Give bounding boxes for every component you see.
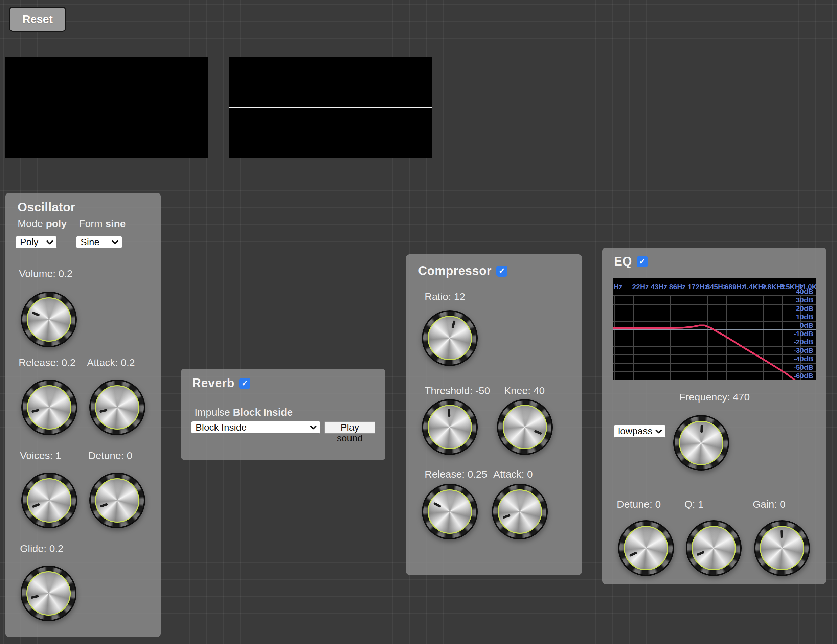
threshold-knob[interactable] [422,399,478,455]
compressor-panel: Compressor ✓ Ratio: 12 Threshold: -50 Kn… [406,254,582,575]
release-knob[interactable] [21,380,77,435]
oscilloscope-canvas [229,57,432,158]
glide-knob[interactable] [21,565,77,621]
knob-pointer-icon [82,465,153,536]
eq-db-tick-label: 40dB [796,287,813,296]
eq-gain-label: Gain: 0 [753,498,786,510]
frequency-label: Frequency: 470 [613,391,816,403]
oscillator-mode-form-readout: Mode polyForm sine [18,218,126,229]
reverb-title: Reverb [192,376,235,390]
filter-type-select[interactable]: lowpass [614,425,666,438]
oscillator-title: Oscillator [18,200,75,215]
knob-pointer-icon [489,391,561,464]
knob-pointer-icon [15,374,83,441]
knob-pointer-icon [15,559,82,627]
oscilloscope-trace [229,107,432,108]
impulse-readout: Impulse Block Inside [195,406,293,418]
eq-db-axis: 40dB30dB20dB10dB0dB-10dB-20dB-30dB-40dB-… [613,278,816,380]
eq-q-knob[interactable] [686,520,742,576]
eq-response-graph: Hz22Hz43Hz86Hz172Hz345Hz689Hz1.4KHz2.8KH… [613,278,816,380]
check-icon: ✓ [639,257,645,265]
eq-db-tick-label: -30dB [794,346,813,354]
knob-pointer-icon [13,464,85,536]
eq-detune-label: Detune: 0 [617,498,661,510]
chevron-down-icon [112,240,118,244]
volume-label: Volume: 0.2 [19,268,72,279]
check-icon: ✓ [241,379,248,387]
knob-pointer-icon [83,374,151,441]
check-icon: ✓ [499,267,505,275]
eq-db-tick-label: -60dB [794,372,813,380]
comp-attack-knob[interactable] [492,484,548,539]
knob-pointer-icon [420,398,479,456]
eq-frequency-knob[interactable] [673,415,729,471]
comp-attack-label: Attack: 0 [493,469,533,480]
compressor-title: Compressor [418,264,492,278]
eq-db-tick-label: 20dB [796,305,813,313]
oscillator-panel: Oscillator Mode polyForm sine Poly Sine … [5,193,161,637]
impulse-select-value: Block Inside [195,422,247,433]
eq-db-tick-label: 30dB [796,296,813,304]
glide-label: Glide: 0.2 [20,543,63,554]
knob-pointer-icon [12,283,85,356]
chevron-down-icon [310,425,317,429]
form-select-value: Sine [80,237,100,247]
filter-type-select-value: lowpass [618,426,652,437]
compressor-enabled-checkbox[interactable]: ✓ [496,265,507,277]
eq-gain-knob[interactable] [754,520,810,576]
eq-db-tick-label: -50dB [794,363,813,371]
chevron-down-icon [655,429,662,434]
knob-pointer-icon [609,511,683,585]
eq-db-tick-label: -10dB [794,330,813,338]
play-sound-button[interactable]: Play sound [325,421,375,434]
reset-button[interactable]: Reset [9,7,66,32]
knee-knob[interactable] [497,399,553,455]
eq-db-tick-label: -20dB [794,338,813,346]
knob-pointer-icon [677,512,750,585]
spectrum-analyser-canvas [5,57,208,158]
detune-knob[interactable] [89,472,145,528]
synth-app: Reset Oscillator Mode polyForm sine Poly… [0,0,837,644]
reverb-panel: Reverb ✓ Impulse Block Inside Block Insi… [181,369,385,460]
attack-knob[interactable] [89,380,145,435]
knob-pointer-icon [484,476,556,547]
chevron-down-icon [46,240,53,244]
reverb-enabled-checkbox[interactable]: ✓ [239,378,250,389]
voices-knob[interactable] [21,472,77,528]
voices-label: Voices: 1 [20,450,61,461]
comp-release-knob[interactable] [422,484,478,539]
threshold-label: Threshold: -50 [425,385,490,397]
impulse-select[interactable]: Block Inside [191,421,320,434]
eq-db-tick-label: -40dB [794,355,813,363]
comp-release-label: Release: 0.25 [425,469,487,480]
knob-pointer-icon [412,474,487,549]
volume-knob[interactable] [21,292,77,347]
attack-label: Attack: 0.2 [87,357,135,368]
eq-detune-knob[interactable] [618,520,674,576]
eq-q-label: Q: 1 [684,498,704,510]
eq-enabled-checkbox[interactable]: ✓ [637,256,648,267]
eq-db-tick-label: 10dB [796,313,813,321]
mode-select-value: Poly [20,237,38,247]
knob-pointer-icon [415,304,484,372]
ratio-label: Ratio: 12 [425,291,465,302]
ratio-knob[interactable] [422,310,478,366]
eq-panel: EQ ✓ Hz22Hz43Hz86Hz172Hz345Hz689Hz1.4KHz… [602,247,826,584]
release-label: Release: 0.2 [19,357,75,368]
knob-pointer-icon [672,414,730,472]
eq-db-tick-label: 0dB [800,321,813,329]
detune-label: Detune: 0 [88,450,132,461]
form-select[interactable]: Sine [76,236,122,248]
eq-title: EQ [614,254,632,269]
mode-select[interactable]: Poly [16,236,57,248]
knob-pointer-icon [753,519,811,577]
